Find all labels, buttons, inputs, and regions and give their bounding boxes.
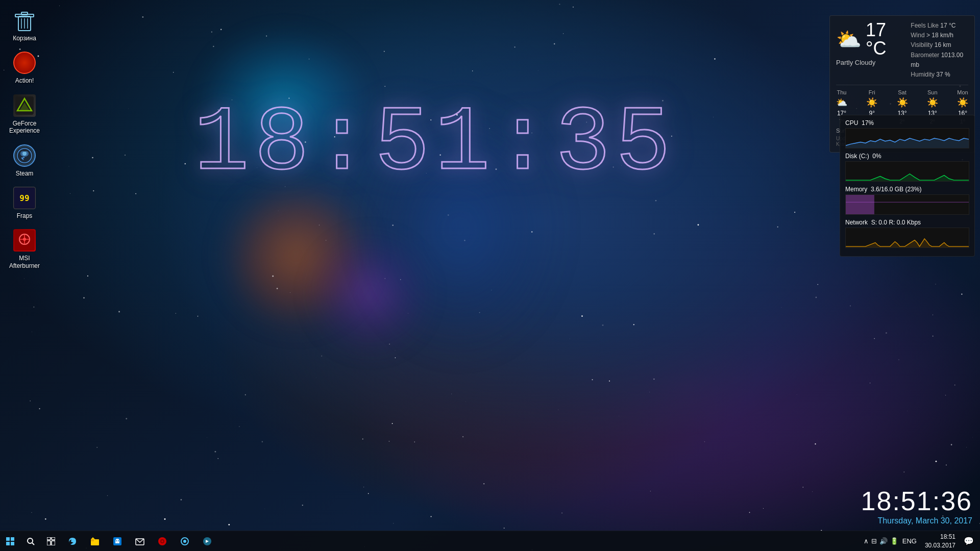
svg-point-32 (116, 540, 117, 541)
svg-rect-21 (6, 542, 10, 545)
svg-point-23 (28, 538, 33, 543)
taskbar-apps (61, 531, 864, 552)
weather-top: ⛅ 17 °C Partly Cloudy Feels Like 17 °C W… (836, 21, 968, 80)
memory-row: Memory 3.6/16.0 GB (23%) (845, 186, 969, 215)
taskbar-time: 18:51 (925, 533, 955, 541)
desktop-icon-geforce[interactable]: GeForce Experience (5, 90, 44, 138)
steam-icon (12, 143, 37, 168)
feels-like-value: 17 °C (940, 22, 955, 29)
memory-graph (845, 194, 969, 215)
svg-rect-25 (47, 537, 51, 540)
svg-line-24 (32, 543, 34, 545)
geforce-label: GeForce Experience (7, 120, 42, 135)
cpu-label: CPU 17% (845, 119, 969, 127)
taskbar-cortana[interactable] (174, 531, 196, 552)
svg-rect-30 (91, 539, 94, 541)
forecast-sun-day: Sun (927, 89, 938, 95)
visibility-label: Visibility (911, 41, 933, 48)
svg-rect-2 (21, 12, 28, 15)
taskbar-explorer[interactable] (84, 531, 106, 552)
msi-label: MSI Afterburner (7, 255, 42, 269)
humidity-label: Humidity (911, 71, 935, 78)
cpu-graph (845, 128, 969, 148)
clock-date: Thursday, March 30, 2017 (861, 516, 972, 525)
action-label: Action! (15, 77, 34, 84)
action-icon (12, 51, 37, 75)
taskbar-language: ENG (900, 537, 919, 545)
svg-point-11 (22, 152, 27, 156)
svg-point-16 (23, 238, 26, 241)
tray-volume-icon: 🔊 (879, 537, 888, 545)
disk-graph (845, 161, 969, 182)
sysmon-widget: CPU 17% Disk (C:) 0% Memory 3.6/16.0 GB … (840, 115, 975, 257)
forecast-fri-icon: ☀️ (866, 97, 877, 108)
task-view-button[interactable] (41, 531, 61, 552)
desktop-icon-msi[interactable]: MSI Afterburner (5, 225, 44, 272)
clock-time-large: 18:51:36 (861, 488, 972, 514)
recycle-bin-label: Корзина (13, 35, 36, 42)
svg-point-33 (118, 540, 119, 541)
svg-point-39 (183, 540, 186, 543)
weather-condition: Partly Cloudy (836, 59, 875, 66)
fraps-icon: 99 (12, 186, 37, 210)
desktop-icon-recycle-bin[interactable]: Корзина (5, 5, 44, 45)
forecast-thu-icon: ⛅ (836, 97, 847, 108)
weather-icon: ⛅ (836, 29, 862, 49)
taskbar-mail[interactable] (129, 531, 151, 552)
desktop-icon-action[interactable]: Action! (5, 47, 44, 87)
desktop-icon-steam[interactable]: Steam (5, 140, 44, 180)
taskbar-date: 30.03.2017 (925, 541, 955, 550)
forecast-thu-day: Thu (837, 89, 847, 95)
network-graph (845, 228, 969, 248)
barometer-label: Barometer (911, 52, 939, 59)
network-row: Network S: 0.0 R: 0.0 Kbps (845, 219, 969, 248)
svg-rect-28 (52, 541, 55, 545)
taskbar-clock[interactable]: 18:51 30.03.2017 (921, 533, 960, 550)
desktop-icons: Корзина Action! GeForce Experience (5, 5, 44, 272)
taskbar-edge[interactable] (61, 531, 84, 552)
forecast-sun-icon: ☀️ (927, 97, 938, 108)
svg-rect-27 (47, 541, 51, 545)
system-tray: ∧ ⊟ 🔊 🔋 (864, 537, 898, 545)
cpu-row: CPU 17% (845, 119, 969, 148)
geforce-icon (12, 93, 37, 118)
weather-temp: 17 °C (866, 21, 905, 58)
feels-like-label: Feels Like (911, 22, 939, 29)
svg-rect-26 (52, 537, 55, 540)
tray-up-arrow[interactable]: ∧ (864, 537, 869, 545)
humidity-value: 37 % (936, 71, 950, 78)
recycle-bin-icon (12, 8, 37, 33)
memory-label: Memory 3.6/16.0 GB (23%) (845, 186, 969, 193)
desktop-icon-fraps[interactable]: 99 Fraps (5, 183, 44, 222)
search-button[interactable] (20, 531, 41, 552)
taskbar-app-extra[interactable] (196, 531, 218, 552)
visibility-value: 16 km (935, 41, 951, 48)
wind-label: Wind (911, 32, 924, 39)
taskbar-right: ∧ ⊟ 🔊 🔋 ENG 18:51 30.03.2017 💬 (864, 533, 980, 550)
taskbar: ∧ ⊟ 🔊 🔋 ENG 18:51 30.03.2017 💬 (0, 531, 980, 551)
disk-label: Disk (C:) 0% (845, 153, 969, 160)
svg-rect-22 (11, 542, 14, 545)
forecast-mon-day: Mon (957, 89, 968, 95)
taskbar-obs[interactable] (151, 531, 174, 552)
forecast-sat-day: Sat (898, 89, 906, 95)
tray-network-icon: ⊟ (871, 537, 877, 545)
disk-row: Disk (C:) 0% (845, 153, 969, 182)
msi-icon (12, 228, 37, 253)
clock-widget: 18:51:36 Thursday, March 30, 2017 (861, 488, 972, 525)
svg-text:99: 99 (19, 193, 29, 203)
notification-button[interactable]: 💬 (962, 536, 976, 546)
start-button[interactable] (0, 531, 20, 552)
taskbar-store[interactable] (106, 531, 129, 552)
weather-details: Feels Like 17 °C Wind > 18 km/h Visibili… (911, 21, 968, 80)
svg-rect-19 (6, 537, 10, 541)
fraps-label: Fraps (17, 212, 33, 219)
svg-rect-20 (11, 537, 14, 541)
forecast-mon-icon: ☀️ (957, 97, 968, 108)
desktop-clock: 18:51:35 (194, 92, 676, 196)
forecast-fri-day: Fri (869, 89, 875, 95)
svg-point-37 (161, 540, 163, 542)
steam-label: Steam (16, 170, 34, 177)
network-label: Network S: 0.0 R: 0.0 Kbps (845, 219, 969, 226)
svg-rect-18 (846, 195, 874, 214)
